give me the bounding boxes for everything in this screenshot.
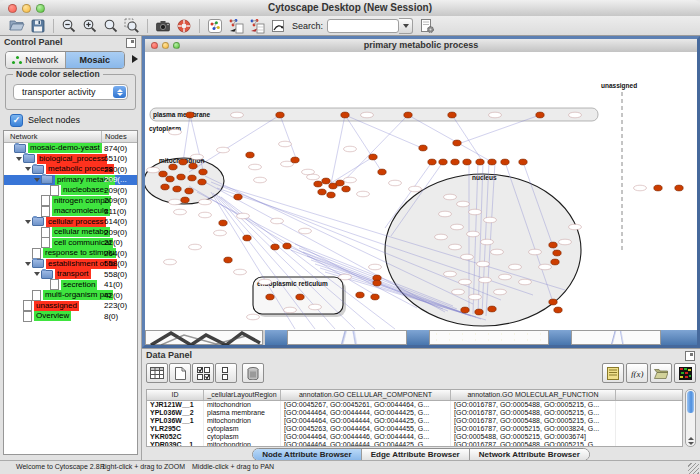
- graph-node-label[interactable]: [189, 244, 202, 250]
- tree-item-biological-process[interactable]: biological_process651(0): [4, 154, 137, 165]
- unselect-attributes-icon[interactable]: [215, 363, 237, 383]
- graph-edge[interactable]: [408, 115, 492, 162]
- graph-node-label[interactable]: [452, 289, 465, 295]
- graph-node[interactable]: [356, 292, 364, 298]
- scrollbar-thumb[interactable]: [687, 391, 694, 413]
- more-tabs-icon[interactable]: [132, 55, 138, 63]
- graph-node-label[interactable]: [259, 279, 272, 285]
- graph-node-label[interactable]: [169, 199, 182, 205]
- network-view-titlebar[interactable]: primary metabolic process: [145, 39, 697, 53]
- table-scrollbar[interactable]: [685, 389, 696, 447]
- graph-node-label[interactable]: [307, 174, 320, 180]
- graph-node-label[interactable]: [199, 212, 212, 218]
- tree-item-mosaic-demo-yeast[interactable]: mosaic-demo-yeast874(0): [4, 143, 137, 154]
- tree-item-establishment-of-lo[interactable]: establishment of lo558(0): [4, 259, 137, 270]
- tab-network[interactable]: Network: [6, 52, 66, 68]
- graph-node-label[interactable]: [529, 249, 542, 255]
- graph-node[interactable]: [373, 280, 381, 286]
- graph-node[interactable]: [404, 112, 412, 118]
- disclosure-triangle-icon[interactable]: [33, 272, 41, 276]
- graph-node-label[interactable]: [247, 314, 260, 320]
- graph-node-label[interactable]: [451, 224, 464, 230]
- graph-node[interactable]: [234, 194, 242, 200]
- graph-node[interactable]: [536, 112, 544, 118]
- graph-node-label[interactable]: [467, 231, 480, 237]
- graph-node-label[interactable]: [339, 274, 352, 280]
- graph-node-label[interactable]: [357, 191, 370, 197]
- graph-node-label[interactable]: [449, 244, 462, 250]
- graph-node-label[interactable]: [519, 279, 532, 285]
- tree-item-cell-communicat[interactable]: cell communicat22(0): [4, 238, 137, 249]
- graph-node[interactable]: [169, 164, 177, 170]
- graph-node[interactable]: [553, 250, 561, 256]
- graph-node-label[interactable]: [361, 112, 374, 118]
- graph-node-label[interactable]: [484, 217, 497, 223]
- graph-node[interactable]: [179, 159, 187, 165]
- resize-grip[interactable]: [688, 463, 699, 474]
- search-dropdown-button[interactable]: [399, 18, 413, 34]
- graph-node-label[interactable]: [174, 209, 187, 215]
- tree-item-cellular-metabo[interactable]: cellular metabo209(0): [4, 227, 137, 238]
- graph-node[interactable]: [224, 257, 232, 263]
- open-icon[interactable]: [8, 17, 25, 34]
- graph-node[interactable]: [199, 169, 207, 175]
- graph-node[interactable]: [198, 179, 206, 185]
- graph-node-label[interactable]: [191, 154, 204, 160]
- zoom-out-icon[interactable]: [60, 17, 77, 34]
- graph-node-label[interactable]: [461, 254, 474, 260]
- graph-node-label[interactable]: [459, 279, 472, 285]
- graph-node[interactable]: [318, 189, 326, 195]
- zoom-in-icon[interactable]: [81, 17, 98, 34]
- graph-node[interactable]: [291, 157, 299, 163]
- graph-node[interactable]: [186, 112, 194, 118]
- graph-node-label[interactable]: [164, 259, 177, 265]
- disclosure-triangle-icon[interactable]: [15, 157, 23, 161]
- new-attribute-icon[interactable]: [169, 363, 191, 383]
- graph-node-label[interactable]: [444, 194, 457, 200]
- graph-node[interactable]: [453, 140, 461, 146]
- search-input[interactable]: [327, 19, 399, 33]
- graph-node[interactable]: [246, 152, 254, 158]
- graph-node[interactable]: [189, 163, 197, 169]
- graph-node[interactable]: [428, 159, 436, 165]
- graph-node-label[interactable]: [469, 209, 482, 215]
- select-attributes-icon[interactable]: [192, 363, 214, 383]
- graph-node-label[interactable]: [499, 274, 512, 280]
- graph-node[interactable]: [322, 178, 330, 184]
- graph-node-label[interactable]: [299, 228, 312, 234]
- graph-node-label[interactable]: [559, 239, 572, 245]
- background-window-fragment[interactable]: [571, 330, 661, 345]
- graph-node-label[interactable]: [279, 141, 292, 147]
- graph-node[interactable]: [342, 186, 350, 192]
- table-row[interactable]: YDR039C__1mitochondrion[GO:0044464, GO:0…: [147, 441, 682, 447]
- select-nodes-checkbox[interactable]: ✓: [10, 114, 23, 127]
- graph-node[interactable]: [419, 145, 427, 151]
- graph-node-label[interactable]: [569, 224, 582, 230]
- graph-edge[interactable]: [189, 115, 280, 172]
- graph-node-label[interactable]: [491, 249, 504, 255]
- snapshot-icon[interactable]: [154, 17, 171, 34]
- graph-node[interactable]: [451, 159, 459, 165]
- import-attributes-icon[interactable]: [650, 363, 672, 383]
- graph-node[interactable]: [161, 184, 169, 190]
- graph-node[interactable]: [271, 244, 279, 250]
- column-header[interactable]: annotation.GO CELLULAR_COMPONENT: [281, 390, 451, 400]
- graph-node-label[interactable]: [389, 180, 402, 186]
- graph-node-label[interactable]: [489, 112, 502, 118]
- graph-node[interactable]: [296, 294, 304, 300]
- graph-node-label[interactable]: [457, 201, 470, 207]
- float-panel-icon[interactable]: [685, 351, 695, 361]
- graph-node-label[interactable]: [271, 218, 284, 224]
- graph-node[interactable]: [439, 159, 447, 165]
- attribute-table-icon[interactable]: [146, 363, 168, 383]
- background-window-fragment[interactable]: [549, 330, 571, 345]
- attribute-table[interactable]: ID_cellularLayoutRegionannotation.GO CEL…: [146, 389, 683, 447]
- disclosure-triangle-icon[interactable]: [33, 178, 41, 182]
- disclosure-triangle-icon[interactable]: [24, 220, 32, 224]
- graph-node-label[interactable]: [249, 164, 262, 170]
- background-window-fragment[interactable]: [407, 330, 429, 345]
- graph-node[interactable]: [461, 307, 469, 313]
- table-row[interactable]: YPL036W__1mitochondrion[GO:0044464, GO:0…: [147, 417, 682, 425]
- import-table-icon[interactable]: [248, 17, 265, 34]
- graph-node-label[interactable]: [509, 264, 522, 270]
